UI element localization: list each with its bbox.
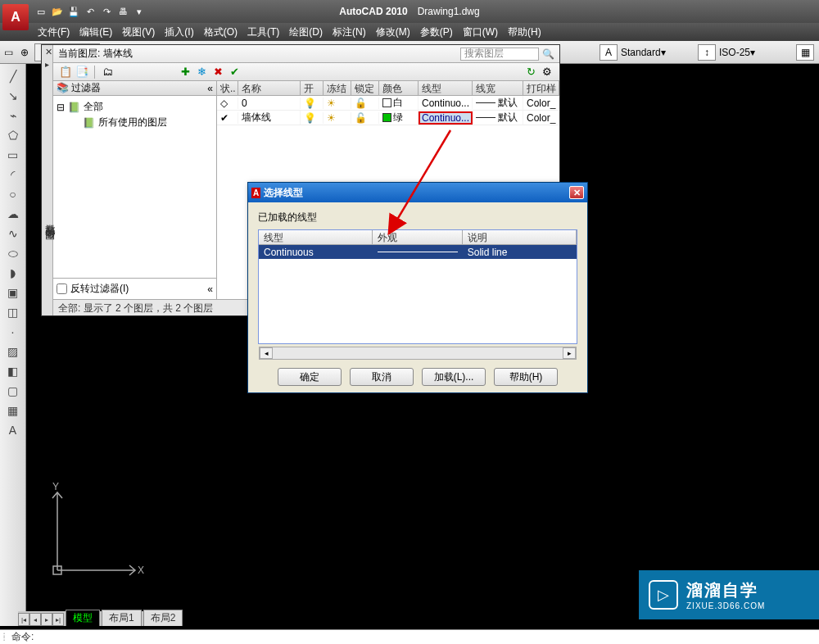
layer-cell[interactable]: 白 [379,96,419,110]
menu-edit[interactable]: 编辑(E) [76,24,115,41]
xline-icon[interactable]: ↘ [4,87,22,105]
undo-icon[interactable]: ↶ [84,5,97,18]
layer-cell[interactable]: Continuo... [419,111,473,125]
menu-window[interactable]: 窗口(W) [459,24,501,41]
layer-cell[interactable]: 🔓 [351,98,379,109]
layer-cell[interactable]: 绿 [379,111,419,125]
linetype-col-0[interactable]: 线型 [259,230,373,244]
pline-icon[interactable]: ⌁ [4,107,22,125]
tab-open-icon[interactable]: ⊕ [16,44,33,61]
ok-button[interactable]: 确定 [278,368,342,386]
menu-param[interactable]: 参数(P) [417,24,456,41]
layer-cell[interactable]: 墙体线 [238,111,301,125]
layer-cell[interactable]: Color_ [523,112,559,124]
save-icon[interactable]: 💾 [67,5,80,18]
layer-col-0[interactable]: 状.. [217,81,238,95]
polygon-icon[interactable]: ⬠ [4,126,22,144]
region-icon[interactable]: ▢ [4,382,22,400]
dialog-close-icon[interactable]: ✕ [569,186,584,199]
layer-col-1[interactable]: 名称 [238,81,301,95]
layer-cell[interactable]: ☀ [324,98,351,109]
layer-cell[interactable]: 💡 [301,112,324,124]
layer-cell[interactable]: 0 [238,98,301,109]
load-button[interactable]: 加载(L)... [422,368,486,386]
delete-layer-icon[interactable]: ✖ [210,65,225,79]
layer-col-3[interactable]: 冻结 [324,81,351,95]
table-icon[interactable]: ▦ [4,401,22,420]
menu-tools[interactable]: 工具(T) [244,24,283,41]
expand-tree-icon[interactable]: « [207,283,213,295]
collapse-tree-icon[interactable]: « [207,83,213,94]
hatch-icon[interactable]: ▨ [4,342,22,361]
tab-layout1[interactable]: 布局1 [102,610,142,626]
command-line[interactable]: ⦙ 命令: [0,629,819,644]
layer-col-8[interactable]: 打印样 [523,81,559,95]
layer-col-2[interactable]: 开 [301,81,324,95]
tree-child-used[interactable]: 📗所有使用的图层 [57,115,213,130]
layer-cell[interactable]: —— 默认 [473,96,523,110]
tab-prev-icon[interactable]: ◂ [29,613,41,626]
layer-cell[interactable]: —— 默认 [473,111,523,125]
menu-format[interactable]: 格式(O) [201,24,241,41]
cancel-button[interactable]: 取消 [350,368,414,386]
new-layer-filter-icon[interactable]: 📋 [58,65,73,79]
menu-insert[interactable]: 插入(I) [161,24,197,41]
block-icon[interactable]: ◫ [4,303,22,321]
new-layer-frozen-icon[interactable]: ❄ [194,65,209,79]
refresh-icon[interactable]: ↻ [523,65,538,79]
linetype-hscrollbar[interactable]: ◂ ▸ [259,347,577,360]
layer-row[interactable]: ◇0💡☀🔓 白Continuo...—— 默认Color_ [217,96,559,111]
menu-modify[interactable]: 修改(M) [373,24,414,41]
invert-filter-checkbox[interactable] [57,283,67,294]
linetype-list[interactable]: 线型外观说明 Continuous Solid line [258,229,577,344]
revcloud-icon[interactable]: ☁ [4,205,22,223]
scroll-left-icon[interactable]: ◂ [260,347,273,359]
layer-cell[interactable]: 🔓 [351,112,379,124]
new-layer-icon[interactable]: ✚ [178,65,192,79]
dimstyle-combo[interactable]: ISO-25▾ [719,47,793,58]
layer-search-input[interactable]: 搜索图层 [460,48,539,61]
layer-grid-header[interactable]: 状..名称开冻结锁定颜色线型线宽打印样 [217,81,559,96]
layer-cell[interactable]: ◇ [217,98,238,109]
menu-file[interactable]: 文件(F) [34,24,73,41]
insert-icon[interactable]: ▣ [4,283,22,302]
layer-col-7[interactable]: 线宽 [473,81,523,95]
arc-icon[interactable]: ◜ [4,166,22,184]
layer-row[interactable]: ✔墙体线💡☀🔓 绿Continuo...—— 默认Color_ [217,111,559,125]
search-icon[interactable]: 🔍 [542,48,554,60]
layer-col-4[interactable]: 锁定 [351,81,379,95]
tab-first-icon[interactable]: |◂ [18,613,29,626]
layer-cell[interactable]: Continuo... [419,98,473,109]
layer-cell[interactable]: ☀ [324,112,351,124]
tab-next-icon[interactable]: ▸ [41,613,52,626]
linetype-col-2[interactable]: 说明 [463,230,577,244]
layer-states-icon[interactable]: 🗂 [100,65,115,79]
dimstyle-icon[interactable]: ↕ [698,44,716,61]
rect-icon[interactable]: ▭ [4,146,22,164]
mtext-icon[interactable]: A [4,421,22,439]
textstyle-icon[interactable]: A [600,44,618,61]
layer-cell[interactable]: ✔ [217,112,238,124]
tablestyle-icon[interactable]: ▦ [796,44,814,61]
menu-help[interactable]: 帮助(H) [505,24,545,41]
tab-last-icon[interactable]: ▸| [52,613,64,626]
settings-icon[interactable]: ⚙ [540,65,554,79]
layer-col-6[interactable]: 线型 [419,81,473,95]
cmd-grip-icon[interactable]: ⦙ [0,632,8,643]
new-group-filter-icon[interactable]: 📑 [75,65,89,79]
app-badge[interactable]: A [2,4,29,30]
tab-new-icon[interactable]: ▭ [0,44,16,61]
linetype-col-1[interactable]: 外观 [373,230,462,244]
textstyle-combo[interactable]: Standard▾ [621,47,695,58]
menu-view[interactable]: 视图(V) [119,24,158,41]
palette-close-icon[interactable]: ✕ [45,47,52,57]
menu-draw[interactable]: 绘图(D) [286,24,326,41]
open-icon[interactable]: 📂 [51,5,64,18]
redo-icon[interactable]: ↷ [100,5,113,18]
qat-drop-icon[interactable]: ▾ [133,5,146,18]
point-icon[interactable]: · [4,323,22,341]
tab-layout2[interactable]: 布局2 [143,610,183,626]
palette-pin-icon[interactable]: ▸ [45,60,49,69]
help-button[interactable]: 帮助(H) [494,368,558,386]
ellipsearc-icon[interactable]: ◗ [4,264,22,282]
